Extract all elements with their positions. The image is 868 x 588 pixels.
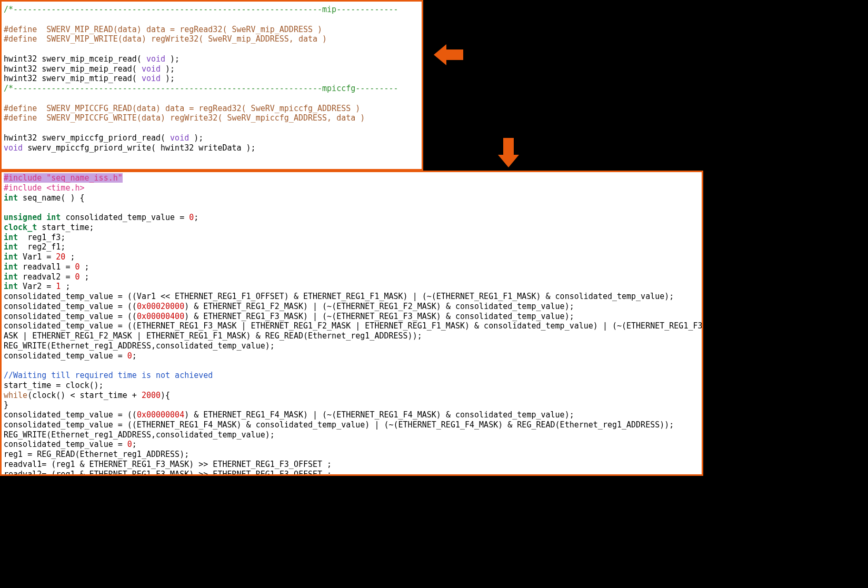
stmt-brace: } <box>4 400 8 410</box>
fn-priord-read: hwint32 swerv_mpiccfg_priord_read( void … <box>4 133 203 143</box>
include-seq-name: #include "seq_name_iss.h" <box>4 173 123 183</box>
stmt-c4a: consolidated_temp_value = ((ETHERNET_REG… <box>4 321 703 331</box>
decl-reg1-f3: int reg1_f3; <box>4 233 65 242</box>
decl-consolidated: unsigned int consolidated_temp_value = 0… <box>4 213 198 222</box>
decl-start-time: clock_t start_time; <box>4 223 94 232</box>
stmt-c4b: ASK | ETHERNET_REG1_F2_MASK | ETHERNET_R… <box>4 331 422 341</box>
code-block-header: /*--------------------------------------… <box>0 0 423 171</box>
define-mpiccfg-write: #define SWERV_MPICCFG_WRITE(data) regWri… <box>4 113 365 123</box>
stmt-c1: consolidated_temp_value = ((Var1 << ETHE… <box>4 292 674 301</box>
stmt-start-time: start_time = clock(); <box>4 381 104 390</box>
arrow-annotations <box>423 0 868 171</box>
stmt-regwrite1: REG_WRITE(Ethernet_reg1_ADDRESS,consolid… <box>4 341 275 351</box>
stmt-regwrite2: REG_WRITE(Ethernet_reg1_ADDRESS,consolid… <box>4 430 275 440</box>
stmt-c3: consolidated_temp_value = ((0x00000400) … <box>4 312 574 321</box>
code-block-sequence: #include "seq_name_iss.h" #include <time… <box>0 171 703 476</box>
comment-wait: //Waiting till required time is not achi… <box>4 371 213 380</box>
stmt-c6: consolidated_temp_value = ((ETHERNET_REG… <box>4 420 674 430</box>
arrow-left-icon <box>434 42 463 67</box>
svg-marker-0 <box>434 44 463 65</box>
stmt-readval2: readval2= (reg1 & ETHERNET_REG1_F3_MASK)… <box>4 470 332 476</box>
decl-reg2-f1: int reg2_f1; <box>4 242 65 252</box>
define-mip-write: #define SWERV_MIP_WRITE(data) regWrite32… <box>4 34 327 44</box>
stmt-c5: consolidated_temp_value = ((0x00000004) … <box>4 410 574 420</box>
decl-readval2: int readval2 = 0 ; <box>4 272 89 282</box>
decl-var1: int Var1 = 20 ; <box>4 252 75 262</box>
stmt-reset1: consolidated_temp_value = 0; <box>4 351 137 361</box>
divider-mpiccfg: /*--------------------------------------… <box>4 84 398 93</box>
define-mip-read: #define SWERV_MIP_READ(data) data = regR… <box>4 25 322 34</box>
fn-mceip-read: hwint32 swerv_mip_mceip_read( void ); <box>4 54 179 64</box>
fn-seq-name-decl: int seq_name( ) { <box>4 193 85 203</box>
decl-var2: int Var2 = 1 ; <box>4 282 70 291</box>
define-mpiccfg-read: #define SWERV_MPICCFG_READ(data) data = … <box>4 104 360 113</box>
fn-mtip-read: hwint32 swerv_mip_mtip_read( void ); <box>4 74 175 83</box>
stmt-c2: consolidated_temp_value = ((0x00020000) … <box>4 302 574 311</box>
stmt-while: while(clock() < start_time + 2000){ <box>4 391 170 400</box>
stmt-regread: reg1 = REG_READ(Ethernet_reg1_ADDRESS); <box>4 450 189 459</box>
stmt-reset2: consolidated_temp_value = 0; <box>4 440 137 449</box>
stmt-readval1: readval1= (reg1 & ETHERNET_REG1_F3_MASK)… <box>4 460 332 469</box>
divider-mip: /*--------------------------------------… <box>4 5 398 14</box>
fn-priord-write: void swerv_mpiccfg_priord_write( hwint32… <box>4 143 256 153</box>
include-time: #include <time.h> <box>4 183 85 193</box>
fn-meip-read: hwint32 swerv_mip_meip_read( void ); <box>4 64 175 74</box>
arrow-down-icon <box>496 138 521 167</box>
decl-readval1: int readval1 = 0 ; <box>4 262 89 272</box>
svg-marker-1 <box>498 138 519 167</box>
